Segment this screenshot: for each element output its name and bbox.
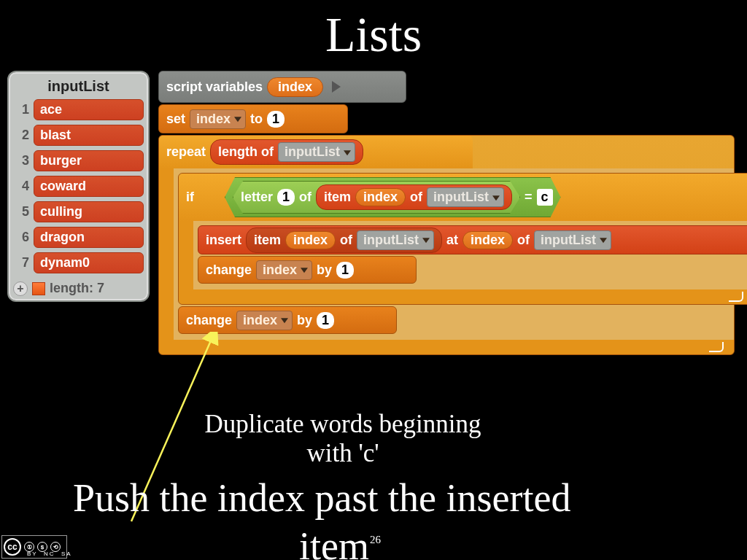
list-dropdown[interactable]: inputList	[534, 230, 611, 250]
list-index: 3	[13, 153, 29, 168]
list-item: 4coward	[13, 176, 144, 197]
repeat-block[interactable]: repeat length of inputList if letter	[158, 135, 735, 355]
list-item: 7dynam0	[13, 252, 144, 273]
block-label: at	[446, 233, 458, 248]
list-dropdown[interactable]: inputList	[278, 142, 355, 162]
block-label: if	[186, 190, 194, 205]
list-cell[interactable]: ace	[34, 99, 144, 120]
list-footer: + length: 7	[13, 273, 144, 296]
variable-dropdown[interactable]: index	[256, 260, 312, 280]
list-dropdown[interactable]: inputList	[427, 187, 504, 207]
block-label: change	[206, 262, 252, 278]
list-items: 1ace 2blast 3burger 4coward 5culling 6dr…	[13, 99, 144, 273]
block-label: to	[250, 112, 263, 127]
list-index: 1	[13, 102, 29, 117]
block-label: set	[166, 112, 185, 127]
block-label: script variables	[166, 79, 263, 95]
list-cell[interactable]: burger	[34, 150, 144, 171]
block-label: of	[410, 190, 422, 205]
variable-reporter[interactable]: index	[355, 188, 406, 206]
change-block[interactable]: change index by 1	[198, 256, 417, 284]
list-index: 2	[13, 128, 29, 143]
list-item: 5culling	[13, 201, 144, 222]
block-label: by	[297, 313, 312, 328]
letter-of-reporter[interactable]: letter 1 of item index of inputList	[233, 181, 520, 214]
change-block[interactable]: change index by 1	[178, 306, 397, 334]
number-input[interactable]: 1	[277, 189, 295, 206]
if-block[interactable]: if letter 1 of item index of	[178, 173, 747, 305]
list-item: 1ace	[13, 99, 144, 120]
block-label: item	[324, 190, 351, 205]
block-label: change	[186, 313, 232, 328]
cc-license-badge: cc ① $ ⟲ BY NC SA	[1, 535, 67, 559]
number-input[interactable]: 1	[317, 312, 334, 329]
list-index: 6	[13, 230, 29, 245]
item-of-reporter[interactable]: item index of inputList	[246, 228, 442, 253]
number-input[interactable]: 1	[267, 111, 285, 128]
list-cell[interactable]: blast	[34, 125, 144, 146]
list-cell[interactable]: culling	[34, 201, 144, 222]
block-label: length of	[218, 144, 274, 160]
list-item: 6dragon	[13, 227, 144, 248]
block-label: =	[525, 190, 533, 205]
block-label: of	[340, 233, 352, 248]
list-flag-icon	[32, 282, 45, 295]
list-cell[interactable]: dynam0	[34, 252, 144, 273]
list-item: 3burger	[13, 150, 144, 171]
script-variables-block[interactable]: script variables index	[158, 71, 406, 103]
cc-icon: cc	[4, 538, 21, 556]
length-label: length: 7	[50, 281, 104, 296]
list-index: 4	[13, 179, 29, 194]
caption-item: item	[299, 524, 369, 560]
arrow-right-icon[interactable]	[332, 81, 341, 93]
script-blocks: script variables index set index to 1 re…	[158, 71, 735, 357]
item-of-reporter[interactable]: item index of inputList	[316, 184, 512, 210]
cc-text: BY NC SA	[27, 551, 72, 557]
block-label: letter	[241, 190, 273, 205]
variable-dropdown[interactable]: index	[190, 109, 246, 129]
list-watcher: inputList 1ace 2blast 3burger 4coward 5c…	[7, 71, 150, 302]
block-label: repeat	[166, 144, 206, 160]
list-dropdown[interactable]: inputList	[357, 230, 434, 250]
add-item-button[interactable]: +	[13, 281, 28, 296]
list-cell[interactable]: dragon	[34, 227, 144, 248]
variable-reporter[interactable]: index	[285, 231, 336, 249]
content-area: inputList 1ace 2blast 3burger 4coward 5c…	[0, 63, 747, 357]
list-title: inputList	[13, 77, 144, 99]
block-label: by	[317, 262, 332, 278]
equals-predicate[interactable]: letter 1 of item index of inputList	[225, 177, 561, 217]
list-item: 2blast	[13, 125, 144, 146]
block-label: of	[299, 190, 311, 205]
set-block[interactable]: set index to 1	[158, 104, 348, 133]
slide-number: 26	[370, 534, 381, 546]
variable-reporter[interactable]: index	[462, 231, 513, 249]
variable-reporter[interactable]: index	[267, 77, 323, 97]
block-label: insert	[206, 233, 241, 248]
list-index: 7	[13, 255, 29, 271]
variable-dropdown[interactable]: index	[236, 311, 293, 330]
length-of-reporter[interactable]: length of inputList	[210, 139, 363, 165]
slide-title: Lists	[0, 0, 747, 63]
caption-push: Push the index past the inserted	[73, 475, 570, 521]
block-label: item	[254, 233, 281, 248]
text-input[interactable]: c	[537, 189, 553, 206]
number-input[interactable]: 1	[336, 262, 354, 279]
list-cell[interactable]: coward	[34, 176, 144, 197]
block-label: of	[517, 233, 530, 248]
insert-block[interactable]: insert item index of inputList at index …	[198, 225, 747, 254]
caption-duplicate: Duplicate words beginning with 'c'	[190, 410, 496, 468]
list-index: 5	[13, 204, 29, 219]
